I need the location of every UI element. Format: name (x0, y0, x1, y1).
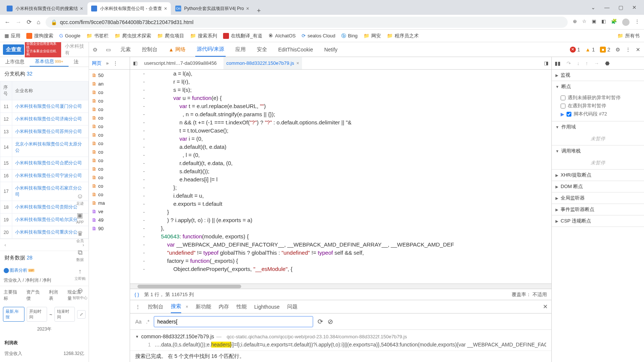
bookmark-folder[interactable]: 📁网安 (364, 33, 381, 39)
close-icon[interactable]: × (186, 304, 188, 309)
tab-editcookie[interactable]: EditThisCookie (277, 42, 315, 57)
side-contact[interactable]: ⊖智联中心 (73, 286, 87, 301)
error-badge[interactable]: ✕1 (570, 47, 580, 53)
bp-caught[interactable]: 在遇到异常时暂停 (561, 102, 640, 110)
result-file[interactable]: ▼ common-88d3322f.150e7b79.js — qcc-stat… (135, 332, 546, 341)
filter-start[interactable]: 开始时间 (27, 307, 47, 322)
ftab-revenue[interactable]: 营业收入 / 净利润 / 净利 (4, 277, 51, 284)
editor-tab-active[interactable]: common-88d3322f.150e7b79.js× (223, 57, 302, 69)
table-row[interactable]: 15小米科技有限责任公司合肥分公司 (0, 157, 89, 170)
ftab-chart[interactable]: 图表分析VIP (4, 267, 34, 274)
side-data[interactable]: ⧉数据 (76, 249, 84, 262)
scrollbar-thumb[interactable] (137, 285, 241, 288)
section-csp[interactable]: ▶CSP 违规断点 (552, 215, 644, 227)
device-icon[interactable]: ▭ (106, 47, 111, 53)
file-item[interactable]: 🗎co (89, 156, 130, 165)
browser-tab-active[interactable]: 小米科技有限责任公司 - 企查查 × (87, 2, 171, 15)
company-link[interactable]: 北京小米科技有限责任公司太原分公 (12, 138, 89, 157)
home-icon[interactable]: ⌂ (37, 19, 40, 26)
browser-tab[interactable]: On Python全套实战项目班V4| Pro × (172, 2, 253, 15)
minimize-icon[interactable]: — (604, 4, 610, 10)
bookmark-item[interactable]: 搜狗搜索 (26, 33, 53, 39)
extension-icon[interactable]: ▣ (592, 19, 596, 26)
drawer-memory[interactable]: 内存 (219, 300, 229, 313)
filter-end[interactable]: 结束时间 (54, 307, 75, 322)
reload-icon[interactable]: ⟳ (27, 19, 31, 26)
code-editor[interactable]: ------------------------- a = l(a), r = … (130, 70, 551, 284)
close-icon[interactable]: × (80, 6, 83, 11)
bookmark-item[interactable]: ⓑBing (341, 33, 358, 39)
drawer-performance[interactable]: 性能 (236, 300, 247, 313)
tab-page[interactable]: 网页 (92, 60, 102, 67)
bookmark-folder[interactable]: 📁搜索系列 (190, 33, 217, 39)
issues-badge[interactable]: ■2 (600, 47, 610, 53)
company-link[interactable]: 小米科技有限责任公司宁波分公司 (12, 170, 89, 182)
section-xhr[interactable]: ▶XHR/提取断点 (552, 170, 644, 181)
tab-sources[interactable]: 源代码/来源 (195, 42, 226, 57)
bookmark-folder[interactable]: 📁爬虫技术探索 (114, 33, 151, 39)
warning-badge[interactable]: ▲1 (585, 47, 595, 53)
file-item[interactable]: 🗎an (89, 80, 130, 88)
inspect-icon[interactable]: ⯐ (93, 47, 98, 53)
refresh-icon[interactable]: ⟳ (318, 318, 323, 326)
file-tree[interactable]: 🗎50🗎an🗎co🗎co🗎co🗎co🗎co🗎co🗎co🗎co🗎co🗎co🗎co🗎… (89, 70, 130, 234)
file-item[interactable]: 🗎co (89, 173, 130, 182)
close-icon[interactable]: × (246, 6, 249, 11)
close-icon[interactable]: × (296, 60, 299, 66)
file-item[interactable]: 🗎co (89, 148, 130, 156)
filter-latest[interactable]: 最新,年报 (3, 307, 24, 322)
file-item[interactable]: 🗎49 (89, 216, 130, 224)
bookmark-folder[interactable]: 📁爬虫项目 (157, 33, 184, 39)
side-footprint[interactable]: ☺足迹 (76, 192, 84, 206)
ind-main[interactable]: 主要指标 (4, 289, 21, 302)
table-row[interactable]: 12小米科技有限责任公司济南分公司 (0, 113, 89, 125)
file-item[interactable]: 🗎co (89, 131, 130, 139)
regex-toggle[interactable]: .* (146, 319, 149, 325)
company-link[interactable]: 小米科技有限责任公司济南分公司 (12, 113, 89, 125)
editor-tab[interactable]: userscript.html…7-da0399a88456 (141, 57, 220, 69)
step-over-icon[interactable]: ↷ (567, 60, 571, 66)
drawer-close-icon[interactable]: ✕ (543, 303, 548, 310)
all-bookmarks[interactable]: 📁所有书 (617, 33, 640, 39)
drawer-search[interactable]: 搜索 (171, 300, 181, 313)
file-item[interactable]: 🗎co (89, 97, 130, 105)
file-item[interactable]: 🗎co (89, 139, 130, 148)
tab-network[interactable]: ▲网络 (167, 42, 187, 57)
tab-market[interactable]: 上市信息 (0, 57, 30, 67)
extensions-icon[interactable]: 🧩 (611, 19, 617, 26)
back-icon[interactable]: ← (4, 19, 10, 26)
close-icon[interactable]: × (164, 6, 167, 11)
apps-button[interactable]: ▦应用 (4, 33, 20, 39)
file-item[interactable]: 🗎50 (89, 71, 130, 80)
search-placeholder[interactable]: 小米科技有 (65, 43, 89, 56)
file-item[interactable]: 🗎co (89, 122, 130, 131)
more-tabs-icon[interactable]: » (106, 60, 109, 66)
tab-law[interactable]: 法 (69, 57, 84, 67)
browser-tab[interactable]: 小米科技有限责任公司的搜索结 × (3, 2, 87, 15)
table-row[interactable]: 13小米科技有限责任公司苏州分公司 (0, 125, 89, 138)
drawer-issues[interactable]: 问题 (287, 300, 298, 313)
bookmark-folder[interactable]: 📁程序员之术 (387, 33, 419, 39)
drawer-whatsnew[interactable]: 新功能 (196, 300, 211, 313)
bp-uncaught[interactable]: 遇到未捕获的异常时暂停 (561, 94, 640, 102)
match-case[interactable]: Aa (135, 319, 142, 325)
file-item[interactable]: 🗎co (89, 114, 130, 122)
file-item[interactable]: 🗎90 (89, 224, 130, 233)
company-link[interactable]: 小米科技有限责任公司苏州分公司 (12, 125, 89, 138)
snippet-bp[interactable]: ▶脚本代码段 #72 (561, 110, 640, 118)
tab-application[interactable]: 应用 (234, 42, 247, 57)
format-icon[interactable]: { } (135, 292, 139, 297)
filter-expand[interactable]: ⤢ (77, 310, 86, 319)
file-item[interactable]: 🗎co (89, 165, 130, 173)
sidebar-toggle-icon[interactable]: ◧ (133, 60, 137, 66)
ind-balance[interactable]: 资产负债 (26, 289, 44, 302)
checkbox[interactable] (561, 104, 565, 108)
share-icon[interactable]: ☆ (582, 19, 587, 26)
tab-basic[interactable]: 基本信息999+ (30, 57, 69, 67)
menu-icon[interactable]: ⋮ (635, 19, 640, 26)
gear-icon[interactable]: ⚙ (615, 47, 620, 53)
more-icon[interactable]: ⋮ (625, 47, 631, 53)
qcc-logo[interactable]: 企查查 (3, 44, 24, 55)
tab-console[interactable]: 控制台 (140, 42, 159, 57)
bookmark-item[interactable]: ֎AIchatOS (268, 33, 296, 38)
